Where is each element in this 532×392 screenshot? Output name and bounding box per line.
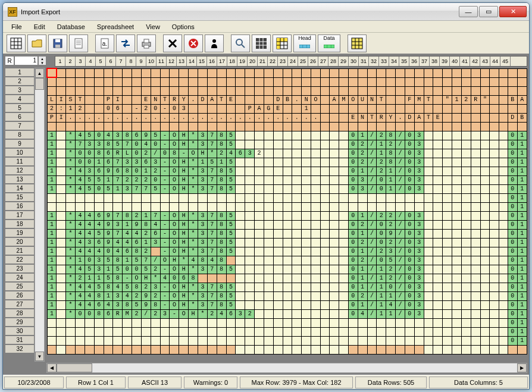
grid-cell[interactable]: [217, 86, 226, 95]
grid-cell[interactable]: [311, 327, 321, 336]
grid-cell[interactable]: [386, 202, 396, 211]
grid-cell[interactable]: [236, 95, 245, 104]
grid-cell[interactable]: [57, 238, 66, 247]
grid-cell[interactable]: 7: [141, 184, 151, 193]
row-header[interactable]: 5: [5, 104, 35, 112]
grid-cell[interactable]: [330, 256, 339, 265]
grid-cell[interactable]: [273, 229, 283, 238]
grid-cell[interactable]: 0: [405, 220, 414, 229]
grid-cell[interactable]: H: [189, 309, 198, 318]
grid-cell[interactable]: [283, 345, 292, 354]
grid-cell[interactable]: [283, 265, 292, 274]
grid-cell[interactable]: [339, 202, 348, 211]
grid-cell[interactable]: 3: [94, 140, 104, 149]
grid-cell[interactable]: 7: [207, 175, 217, 184]
grid-cell[interactable]: *: [189, 175, 198, 184]
grid-cell[interactable]: [339, 238, 348, 247]
grid-cell[interactable]: [452, 77, 462, 86]
grid-cell[interactable]: 8: [217, 167, 226, 175]
grid-cell[interactable]: H: [179, 184, 189, 193]
grid-cell[interactable]: [330, 193, 339, 202]
grid-cell[interactable]: [198, 345, 208, 354]
grid-cell[interactable]: /: [396, 131, 405, 140]
grid-cell[interactable]: 0: [348, 274, 358, 283]
grid-cell[interactable]: [255, 247, 264, 256]
grid-cell[interactable]: [57, 140, 66, 149]
grid-cell[interactable]: [47, 202, 57, 211]
grid-cell[interactable]: .: [255, 113, 264, 122]
grid-cell[interactable]: [85, 122, 94, 131]
grid-cell[interactable]: .: [226, 113, 236, 122]
grid-cell[interactable]: /: [141, 309, 151, 318]
grid-cell[interactable]: [320, 265, 329, 274]
grid-cell[interactable]: O: [132, 274, 142, 283]
grid-cell[interactable]: A: [207, 95, 217, 104]
grid-cell[interactable]: 3: [113, 300, 123, 309]
grid-cell[interactable]: [273, 327, 283, 336]
grid-cell[interactable]: [490, 131, 499, 140]
grid-cell[interactable]: [94, 122, 104, 131]
grid-cell[interactable]: 1: [358, 265, 367, 274]
grid-cell[interactable]: [414, 68, 424, 77]
grid-cell[interactable]: [386, 77, 396, 86]
grid-cell[interactable]: 8: [123, 131, 132, 140]
grid-cell[interactable]: D: [405, 113, 414, 122]
grid-cell[interactable]: [471, 291, 480, 300]
grid-cell[interactable]: 1: [358, 229, 367, 238]
grid-cell[interactable]: [255, 220, 264, 229]
grid-cell[interactable]: [66, 327, 76, 336]
grid-cell[interactable]: [452, 193, 462, 202]
grid-cell[interactable]: [273, 202, 283, 211]
row-header[interactable]: 26: [5, 291, 35, 300]
grid-cell[interactable]: [283, 327, 292, 336]
grid-cell[interactable]: 5: [226, 175, 236, 184]
grid-cell[interactable]: [452, 336, 462, 345]
grid-cell[interactable]: /: [396, 140, 405, 149]
grid-cell[interactable]: [217, 336, 226, 345]
grid-cell[interactable]: 1: [386, 291, 396, 300]
grid-cell[interactable]: 8: [386, 149, 396, 158]
grid-cell[interactable]: [273, 149, 283, 158]
grid-cell[interactable]: *: [189, 265, 198, 274]
grid-cell[interactable]: 1: [386, 167, 396, 175]
grid-cell[interactable]: [433, 175, 443, 184]
grid-cell[interactable]: 4: [76, 265, 85, 274]
grid-cell[interactable]: .: [189, 95, 198, 104]
grid-cell[interactable]: [245, 68, 255, 77]
grid-cell[interactable]: 1: [377, 283, 386, 291]
grid-cell[interactable]: [226, 77, 236, 86]
grid-cell[interactable]: [57, 220, 66, 229]
grid-cell[interactable]: [330, 211, 339, 220]
row-header[interactable]: 31: [5, 335, 35, 344]
grid-cell[interactable]: /: [396, 149, 405, 158]
grid-cell[interactable]: 0: [508, 131, 517, 140]
grid-cell[interactable]: [490, 291, 499, 300]
grid-cell[interactable]: 8: [170, 149, 179, 158]
grid-cell[interactable]: 3: [123, 184, 132, 193]
grid-cell[interactable]: [292, 229, 302, 238]
grid-cell[interactable]: [443, 247, 452, 256]
grid-cell[interactable]: 4: [85, 247, 94, 256]
grid-cell[interactable]: 0: [508, 283, 517, 291]
grid-cell[interactable]: [255, 345, 264, 354]
grid-cell[interactable]: E: [273, 104, 283, 113]
grid-cell[interactable]: [113, 336, 123, 345]
grid-cell[interactable]: [490, 158, 499, 167]
grid-cell[interactable]: [339, 318, 348, 327]
grid-cell[interactable]: [471, 68, 480, 77]
grid-cell[interactable]: 4: [85, 300, 94, 309]
grid-cell[interactable]: *: [66, 283, 76, 291]
grid-cell[interactable]: .: [113, 113, 123, 122]
grid-cell[interactable]: 3: [94, 256, 104, 265]
grid-cell[interactable]: [499, 283, 508, 291]
grid-cell[interactable]: [302, 256, 311, 265]
grid-cell[interactable]: [480, 211, 490, 220]
grid-cell[interactable]: 7: [207, 184, 217, 193]
grid-cell[interactable]: *: [66, 131, 76, 140]
grid-cell[interactable]: H: [179, 300, 189, 309]
grid-cell[interactable]: [490, 86, 499, 95]
grid-cell[interactable]: [104, 77, 113, 86]
grid-cell[interactable]: [255, 229, 264, 238]
grid-cell[interactable]: [452, 309, 462, 318]
grid-cell[interactable]: 7: [123, 140, 132, 149]
